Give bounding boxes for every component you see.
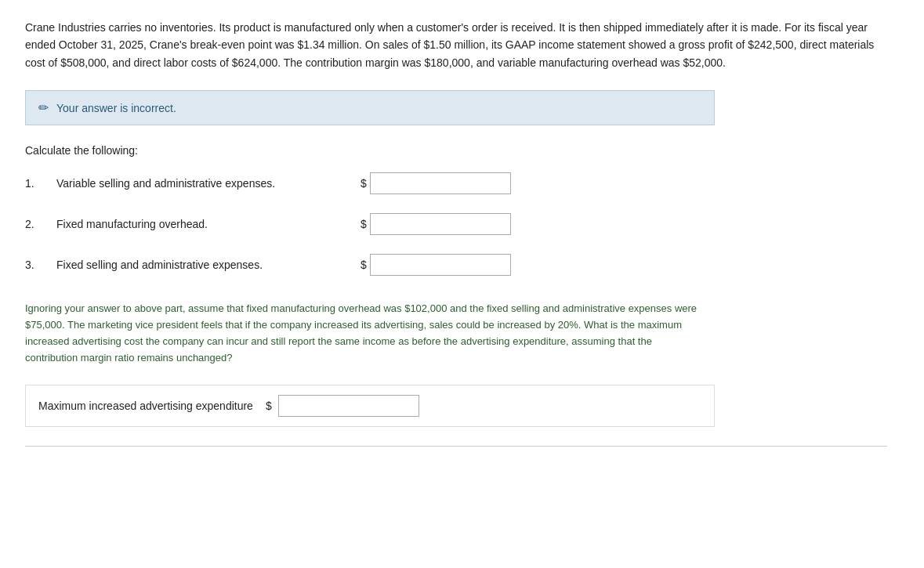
question-item: 2. Fixed manufacturing overhead. $ xyxy=(25,213,899,235)
max-adv-label: Maximum increased advertising expenditur… xyxy=(38,400,253,412)
dollar-sign: $ xyxy=(361,218,367,230)
question-list: 1. Variable selling and administrative e… xyxy=(25,172,899,276)
dollar-sign: $ xyxy=(361,177,367,190)
pencil-icon: ✏ xyxy=(38,100,49,115)
question-item: 3. Fixed selling and administrative expe… xyxy=(25,254,899,276)
max-adv-input[interactable] xyxy=(278,395,419,417)
alert-message: Your answer is incorrect. xyxy=(56,102,176,114)
alert-box: ✏ Your answer is incorrect. xyxy=(25,90,715,125)
question-number: 3. xyxy=(25,259,56,271)
max-adv-dollar: $ xyxy=(266,400,272,412)
section-label: Calculate the following: xyxy=(25,144,899,157)
question-item: 1. Variable selling and administrative e… xyxy=(25,172,899,194)
question-label: Fixed manufacturing overhead. xyxy=(56,218,354,230)
dollar-sign: $ xyxy=(361,259,367,271)
question-number: 1. xyxy=(25,177,56,190)
answer-input-1[interactable] xyxy=(370,172,511,194)
secondary-paragraph: Ignoring your answer to above part, assu… xyxy=(25,301,699,366)
question-label: Variable selling and administrative expe… xyxy=(56,177,354,190)
answer-input-3[interactable] xyxy=(370,254,511,276)
max-adv-row: Maximum increased advertising expenditur… xyxy=(25,385,715,427)
intro-paragraph: Crane Industries carries no inventories.… xyxy=(25,19,887,71)
question-number: 2. xyxy=(25,218,56,230)
answer-input-2[interactable] xyxy=(370,213,511,235)
bottom-divider xyxy=(25,446,887,447)
question-label: Fixed selling and administrative expense… xyxy=(56,259,354,271)
